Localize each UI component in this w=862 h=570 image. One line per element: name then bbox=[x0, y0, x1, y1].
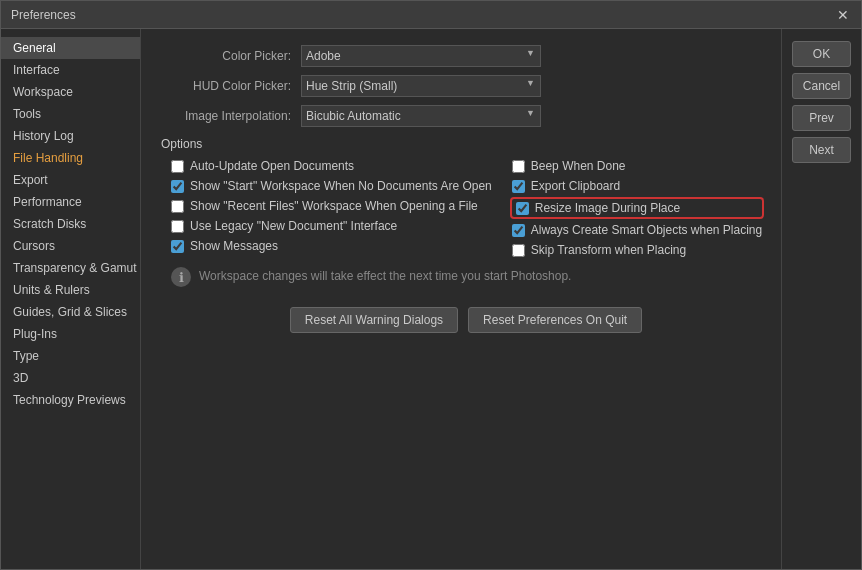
checkbox-auto-update: Auto-Update Open Documents bbox=[171, 159, 492, 173]
show-recent-checkbox[interactable] bbox=[171, 200, 184, 213]
hud-color-picker-row: HUD Color Picker: Hue Strip (Small) bbox=[161, 75, 761, 97]
options-section: Options Auto-Update Open Documents Show … bbox=[161, 137, 761, 257]
show-start-label[interactable]: Show "Start" Workspace When No Documents… bbox=[190, 179, 492, 193]
show-start-checkbox[interactable] bbox=[171, 180, 184, 193]
sidebar-item-performance[interactable]: Performance bbox=[1, 191, 140, 213]
image-interpolation-label: Image Interpolation: bbox=[161, 109, 301, 123]
smart-objects-label[interactable]: Always Create Smart Objects when Placing bbox=[531, 223, 762, 237]
sidebar: General Interface Workspace Tools Histor… bbox=[1, 29, 141, 569]
sidebar-item-type[interactable]: Type bbox=[1, 345, 140, 367]
hud-color-picker-select[interactable]: Hue Strip (Small) bbox=[301, 75, 541, 97]
export-clipboard-label[interactable]: Export Clipboard bbox=[531, 179, 620, 193]
export-clipboard-checkbox[interactable] bbox=[512, 180, 525, 193]
ok-button[interactable]: OK bbox=[792, 41, 851, 67]
skip-transform-label[interactable]: Skip Transform when Placing bbox=[531, 243, 686, 257]
sidebar-item-history-log[interactable]: History Log bbox=[1, 125, 140, 147]
checkbox-show-start: Show "Start" Workspace When No Documents… bbox=[171, 179, 492, 193]
cancel-button[interactable]: Cancel bbox=[792, 73, 851, 99]
hud-color-picker-select-wrapper: Hue Strip (Small) bbox=[301, 75, 541, 97]
options-right-col: Beep When Done Export Clipboard Resize I… bbox=[512, 159, 762, 257]
checkbox-show-messages: Show Messages bbox=[171, 239, 492, 253]
dialog-title: Preferences bbox=[11, 8, 76, 22]
info-text: Workspace changes will take effect the n… bbox=[199, 268, 571, 285]
hud-color-picker-label: HUD Color Picker: bbox=[161, 79, 301, 93]
sidebar-item-interface[interactable]: Interface bbox=[1, 59, 140, 81]
color-picker-row: Color Picker: Adobe bbox=[161, 45, 761, 67]
show-messages-checkbox[interactable] bbox=[171, 240, 184, 253]
sidebar-item-general[interactable]: General bbox=[1, 37, 140, 59]
color-picker-select[interactable]: Adobe bbox=[301, 45, 541, 67]
checkbox-legacy-new-doc: Use Legacy "New Document" Interface bbox=[171, 219, 492, 233]
show-messages-label[interactable]: Show Messages bbox=[190, 239, 278, 253]
sidebar-item-transparency-gamut[interactable]: Transparency & Gamut bbox=[1, 257, 140, 279]
sidebar-item-plug-ins[interactable]: Plug-Ins bbox=[1, 323, 140, 345]
checkbox-smart-objects: Always Create Smart Objects when Placing bbox=[512, 223, 762, 237]
image-interpolation-select[interactable]: Bicubic Automatic bbox=[301, 105, 541, 127]
sidebar-item-guides-grid-slices[interactable]: Guides, Grid & Slices bbox=[1, 301, 140, 323]
image-interpolation-select-wrapper: Bicubic Automatic bbox=[301, 105, 541, 127]
sidebar-item-technology-previews[interactable]: Technology Previews bbox=[1, 389, 140, 411]
color-picker-label: Color Picker: bbox=[161, 49, 301, 63]
sidebar-item-units-rulers[interactable]: Units & Rulers bbox=[1, 279, 140, 301]
sidebar-item-cursors[interactable]: Cursors bbox=[1, 235, 140, 257]
sidebar-item-file-handling[interactable]: File Handling bbox=[1, 147, 140, 169]
auto-update-label[interactable]: Auto-Update Open Documents bbox=[190, 159, 354, 173]
show-recent-label[interactable]: Show "Recent Files" Workspace When Openi… bbox=[190, 199, 478, 213]
title-bar: Preferences ✕ bbox=[1, 1, 861, 29]
reset-warning-button[interactable]: Reset All Warning Dialogs bbox=[290, 307, 458, 333]
next-button[interactable]: Next bbox=[792, 137, 851, 163]
checkbox-beep: Beep When Done bbox=[512, 159, 762, 173]
color-picker-select-wrapper: Adobe bbox=[301, 45, 541, 67]
resize-image-checkbox[interactable] bbox=[516, 202, 529, 215]
smart-objects-checkbox[interactable] bbox=[512, 224, 525, 237]
checkbox-export-clipboard: Export Clipboard bbox=[512, 179, 762, 193]
resize-image-label[interactable]: Resize Image During Place bbox=[535, 201, 680, 215]
options-left-col: Auto-Update Open Documents Show "Start" … bbox=[171, 159, 492, 257]
checkbox-resize-image: Resize Image During Place bbox=[512, 199, 762, 217]
dialog-content: General Interface Workspace Tools Histor… bbox=[1, 29, 861, 569]
sidebar-item-scratch-disks[interactable]: Scratch Disks bbox=[1, 213, 140, 235]
reset-prefs-button[interactable]: Reset Preferences On Quit bbox=[468, 307, 642, 333]
sidebar-item-tools[interactable]: Tools bbox=[1, 103, 140, 125]
checkbox-show-recent: Show "Recent Files" Workspace When Openi… bbox=[171, 199, 492, 213]
bottom-buttons: Reset All Warning Dialogs Reset Preferen… bbox=[171, 307, 761, 333]
skip-transform-checkbox[interactable] bbox=[512, 244, 525, 257]
beep-label[interactable]: Beep When Done bbox=[531, 159, 626, 173]
main-panel: Color Picker: Adobe HUD Color Picker: Hu… bbox=[141, 29, 781, 569]
image-interpolation-row: Image Interpolation: Bicubic Automatic bbox=[161, 105, 761, 127]
sidebar-item-workspace[interactable]: Workspace bbox=[1, 81, 140, 103]
beep-checkbox[interactable] bbox=[512, 160, 525, 173]
sidebar-item-export[interactable]: Export bbox=[1, 169, 140, 191]
right-buttons-panel: OK Cancel Prev Next bbox=[781, 29, 861, 569]
options-grid: Auto-Update Open Documents Show "Start" … bbox=[171, 159, 761, 257]
legacy-new-doc-checkbox[interactable] bbox=[171, 220, 184, 233]
info-icon: ℹ bbox=[171, 267, 191, 287]
preferences-dialog: Preferences ✕ General Interface Workspac… bbox=[0, 0, 862, 570]
sidebar-item-3d[interactable]: 3D bbox=[1, 367, 140, 389]
close-button[interactable]: ✕ bbox=[835, 7, 851, 23]
options-label: Options bbox=[161, 137, 761, 151]
legacy-new-doc-label[interactable]: Use Legacy "New Document" Interface bbox=[190, 219, 397, 233]
prev-button[interactable]: Prev bbox=[792, 105, 851, 131]
auto-update-checkbox[interactable] bbox=[171, 160, 184, 173]
checkbox-skip-transform: Skip Transform when Placing bbox=[512, 243, 762, 257]
info-row: ℹ Workspace changes will take effect the… bbox=[171, 267, 761, 287]
